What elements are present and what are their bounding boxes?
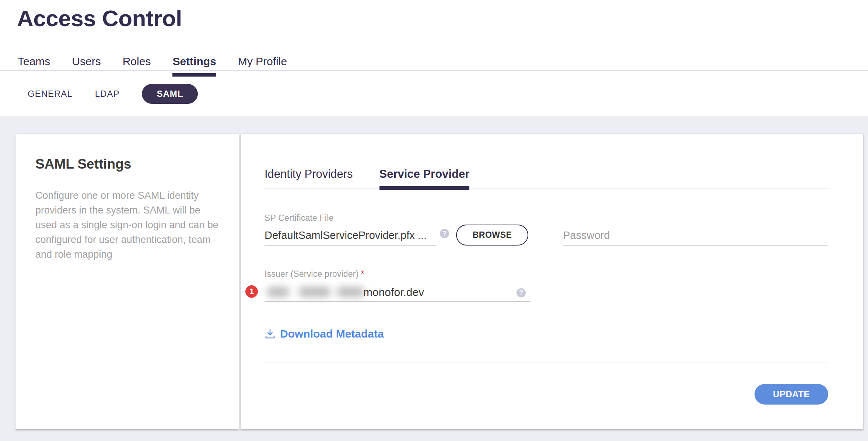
issuer-label-text: Issuer (Service provider): [265, 269, 359, 279]
tab-roles[interactable]: Roles: [123, 55, 151, 72]
required-asterisk: *: [361, 269, 364, 279]
panel-tabs-divider: [265, 188, 828, 188]
redacted-text-blur: [267, 287, 290, 297]
saml-settings-description: Configure one or more SAML identity prov…: [35, 188, 221, 262]
settings-subtabs: GENERAL LDAP SAML: [28, 84, 198, 104]
page-title: Access Control: [17, 5, 182, 31]
tab-settings[interactable]: Settings: [172, 55, 216, 72]
redacted-text-blur: [337, 287, 364, 297]
browse-button[interactable]: BROWSE: [456, 225, 528, 246]
subtab-general[interactable]: GENERAL: [28, 89, 73, 99]
update-button[interactable]: UPDATE: [755, 384, 828, 405]
tab-my-profile[interactable]: My Profile: [238, 55, 287, 72]
download-metadata-label: Download Metadata: [280, 328, 384, 340]
main-tabs: Teams Users Roles Settings My Profile: [18, 55, 287, 72]
tab-identity-providers[interactable]: Identity Providers: [265, 167, 353, 181]
subtab-ldap[interactable]: LDAP: [95, 89, 120, 99]
redacted-text-blur: [298, 287, 331, 297]
page: Access Control Teams Users Roles Setting…: [0, 0, 868, 441]
annotation-badge-1: 1: [245, 285, 258, 298]
download-icon: [265, 328, 276, 339]
tab-teams[interactable]: Teams: [18, 55, 50, 72]
download-metadata-link[interactable]: Download Metadata: [265, 328, 384, 340]
help-icon[interactable]: ?: [440, 229, 449, 238]
saml-settings-info-card: SAML Settings Configure one or more SAML…: [15, 134, 239, 429]
saml-panel-tabs: Identity Providers Service Provider: [265, 167, 469, 181]
tabs-divider: [0, 70, 868, 71]
issuer-label: Issuer (Service provider)*: [265, 269, 364, 279]
saml-form-card: Identity Providers Service Provider SP C…: [241, 134, 863, 429]
tab-service-provider[interactable]: Service Provider: [379, 167, 470, 181]
subtab-saml[interactable]: SAML: [142, 84, 198, 104]
saml-settings-title: SAML Settings: [35, 156, 131, 172]
issuer-input[interactable]: monofor.dev: [265, 282, 531, 302]
tab-users[interactable]: Users: [72, 55, 101, 72]
sp-certificate-file-input[interactable]: [265, 225, 436, 246]
password-input[interactable]: [563, 225, 828, 246]
sp-certificate-file-label: SP Certificate File: [265, 213, 333, 223]
issuer-visible-value: monofor.dev: [363, 286, 424, 299]
form-divider: [265, 363, 828, 363]
help-icon[interactable]: ?: [517, 288, 526, 297]
